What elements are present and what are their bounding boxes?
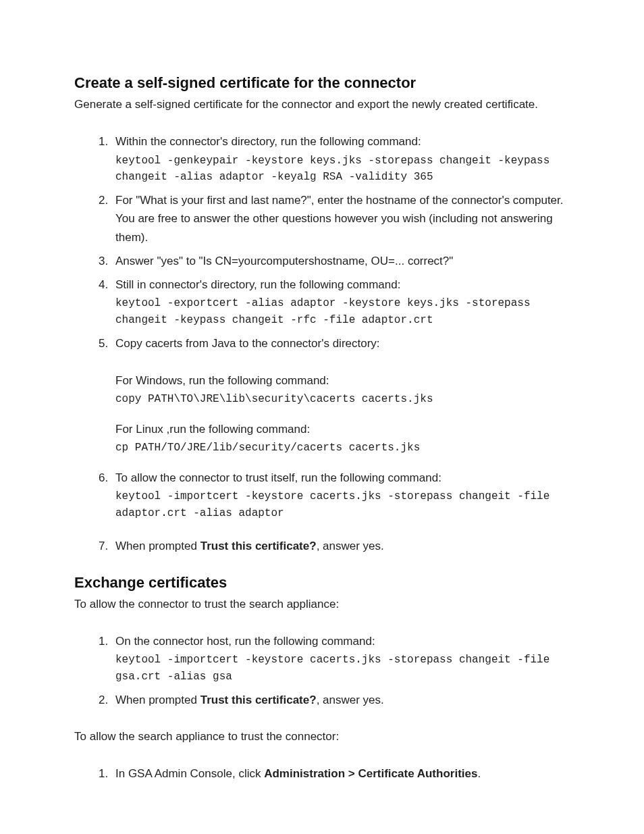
exchange-a-step-1: On the connector host, run the following… [111,632,570,685]
exchange-a-step-1-command: keytool -importcert -keystore cacerts.jk… [115,652,570,685]
steps-list-exchange-a: On the connector host, run the following… [74,632,570,709]
step-6-text: To allow the connector to trust itself, … [115,471,441,484]
step-5-linux-command: cp PATH/TO/JRE/lib/security/cacerts cace… [115,440,570,457]
step-7-pre: When prompted [115,540,200,552]
exchange-b-step-1-bold: Administration > Certificate Authorities [264,767,477,780]
step-5-linux: For Linux ,run the following command: cp… [115,420,570,457]
step-6: To allow the connector to trust itself, … [111,469,570,522]
step-1: Within the connector's directory, run th… [111,132,570,186]
exchange-a-step-1-text: On the connector host, run the following… [115,635,375,648]
step-5-windows-label: For Windows, run the following command: [115,371,570,390]
section-lead-exchange-1: To allow the connector to trust the sear… [74,596,570,613]
step-7: When prompted Trust this certificate?, a… [111,537,570,555]
exchange-b-step-1-post: . [477,767,481,780]
section-heading-create-cert: Create a self-signed certificate for the… [74,74,570,92]
steps-list-create-cert: Within the connector's directory, run th… [74,132,570,554]
step-7-bold: Trust this certificate? [200,540,317,552]
step-2: For "What is your first and last name?",… [111,191,570,246]
step-5: Copy cacerts from Java to the connector'… [111,334,570,457]
section-lead-exchange-2: To allow the search appliance to trust t… [74,728,570,746]
step-5-linux-label: For Linux ,run the following command: [115,420,570,438]
document-page: Create a self-signed certificate for the… [0,0,644,834]
step-4-text: Still in connector's directory, run the … [115,278,400,291]
step-1-command: keytool -genkeypair -keystore keys.jks -… [115,153,570,186]
exchange-a-step-2: When prompted Trust this certificate?, a… [111,691,570,709]
step-3: Answer "yes" to "Is CN=yourcomputershost… [111,252,570,270]
exchange-a-step-2-post: , answer yes. [317,694,384,706]
exchange-a-step-2-pre: When prompted [115,694,200,706]
step-4-command: keytool -exportcert -alias adaptor -keys… [115,295,570,329]
steps-list-exchange-b: In GSA Admin Console, click Administrati… [74,764,570,783]
exchange-a-step-2-bold: Trust this certificate? [200,694,317,706]
step-1-text: Within the connector's directory, run th… [115,135,421,148]
step-5-windows-command: copy PATH\TO\JRE\lib\security\cacerts ca… [115,391,570,408]
step-7-post: , answer yes. [317,540,384,552]
exchange-b-step-1-pre: In GSA Admin Console, click [115,767,264,780]
exchange-b-step-1: In GSA Admin Console, click Administrati… [111,764,570,783]
step-5-windows: For Windows, run the following command: … [115,371,570,408]
step-6-command: keytool -importcert -keystore cacerts.jk… [115,488,570,522]
section-heading-exchange: Exchange certificates [74,574,570,592]
section-lead-create-cert: Generate a self-signed certificate for t… [74,96,570,113]
step-5-text: Copy cacerts from Java to the connector'… [115,337,380,350]
step-4: Still in connector's directory, run the … [111,276,570,329]
